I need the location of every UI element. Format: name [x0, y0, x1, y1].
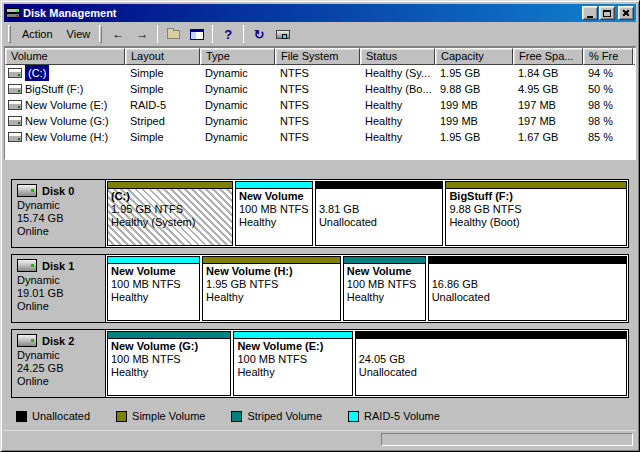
partition-c[interactable]: (C:) 1.95 GB NTFS Healthy (System) — [107, 181, 233, 246]
back-button[interactable]: ← — [106, 23, 130, 45]
cell-free-space[interactable]: 4.95 GB — [513, 81, 583, 97]
disk-descriptor[interactable]: Disk 1 Dynamic 19.01 GB Online — [12, 255, 106, 322]
cell-pct-free[interactable]: 85 % — [583, 129, 633, 145]
volume-list: Volume Layout Type File System Status Ca… — [4, 47, 636, 160]
volume-name[interactable]: (C:) — [25, 65, 49, 81]
column-header-status[interactable]: Status — [360, 48, 435, 65]
partition-unallocated-disk0[interactable]: 3.81 GB Unallocated — [315, 181, 444, 246]
menu-action[interactable]: Action — [15, 25, 60, 43]
volume-name[interactable]: BigStuff (F:) — [25, 81, 83, 97]
cell-type[interactable]: Dynamic — [200, 113, 275, 129]
cell-capacity[interactable]: 1.95 GB — [435, 65, 513, 81]
disk-icon — [17, 334, 37, 347]
cell-capacity[interactable]: 199 MB — [435, 97, 513, 113]
cell-type[interactable]: Dynamic — [200, 129, 275, 145]
console-tree-button[interactable] — [185, 23, 209, 45]
volume-name[interactable]: New Volume (G:) — [25, 113, 109, 129]
cell-layout[interactable]: Simple — [125, 129, 200, 145]
column-header-type[interactable]: Type — [200, 48, 275, 65]
unallocated-color-bar — [356, 332, 626, 339]
column-header-file-system[interactable]: File System — [275, 48, 360, 65]
minimize-button[interactable] — [582, 6, 598, 20]
partition-status: Healthy — [111, 366, 227, 379]
cell-free-space[interactable]: 1.84 GB — [513, 65, 583, 81]
partition-size: 1.95 GB NTFS — [111, 203, 229, 216]
graphical-view: Disk 0 Dynamic 15.74 GB Online (C:) 1.95… — [4, 167, 636, 430]
legend-label: Simple Volume — [132, 410, 205, 422]
title-bar[interactable]: Disk Management — [4, 4, 636, 22]
column-header-volume[interactable]: Volume — [5, 48, 125, 65]
cell-status[interactable]: Healthy — [360, 97, 435, 113]
partition-e-disk1[interactable]: New Volume 100 MB NTFS Healthy — [107, 256, 200, 321]
partition-status: Unallocated — [319, 216, 440, 229]
column-header-layout[interactable]: Layout — [125, 48, 200, 65]
cell-capacity[interactable]: 199 MB — [435, 113, 513, 129]
cell-pct-free[interactable]: 98 % — [583, 113, 633, 129]
cell-file-system[interactable]: NTFS — [275, 97, 360, 113]
cell-free-space[interactable]: 197 MB — [513, 97, 583, 113]
refresh-button[interactable]: ↻ — [247, 23, 271, 45]
menu-view[interactable]: View — [60, 25, 98, 43]
disk-name: Disk 0 — [42, 185, 74, 197]
cell-free-space[interactable]: 197 MB — [513, 113, 583, 129]
cell-status[interactable]: Healthy (Sy... — [360, 65, 435, 81]
table-row[interactable]: BigStuff (F:) Simple Dynamic NTFS Health… — [5, 81, 635, 97]
cell-type[interactable]: Dynamic — [200, 65, 275, 81]
toolbar-grip-2[interactable] — [99, 25, 102, 43]
cell-file-system[interactable]: NTFS — [275, 129, 360, 145]
partition-unallocated-disk1[interactable]: 16.86 GB Unallocated — [428, 256, 627, 321]
partition-name: New Volume — [347, 265, 422, 278]
cell-status[interactable]: Healthy — [360, 129, 435, 145]
cell-capacity[interactable]: 1.95 GB — [435, 129, 513, 145]
partition-g[interactable]: New Volume (G:) 100 MB NTFS Healthy — [107, 331, 231, 396]
cell-pct-free[interactable]: 94 % — [583, 65, 633, 81]
pane-splitter[interactable] — [4, 160, 636, 167]
cell-layout[interactable]: RAID-5 — [125, 97, 200, 113]
raid5-volume-swatch — [348, 411, 359, 422]
partition-g-disk1[interactable]: New Volume 100 MB NTFS Healthy — [343, 256, 426, 321]
forward-button[interactable]: → — [130, 23, 154, 45]
cell-layout[interactable]: Simple — [125, 65, 200, 81]
disk-management-window: Disk Management Action View ← → ? ↻ Volu… — [0, 0, 640, 452]
partition-h[interactable]: New Volume (H:) 1.95 GB NTFS Healthy — [202, 256, 341, 321]
partition-size: 16.86 GB — [432, 278, 623, 291]
cell-pct-free[interactable]: 50 % — [583, 81, 633, 97]
partition-name: New Volume — [239, 190, 309, 203]
up-folder-button[interactable] — [161, 23, 185, 45]
table-row[interactable]: New Volume (G:) Striped Dynamic NTFS Hea… — [5, 113, 635, 129]
cell-free-space[interactable]: 1.67 GB — [513, 129, 583, 145]
table-row[interactable]: New Volume (H:) Simple Dynamic NTFS Heal… — [5, 129, 635, 145]
cell-type[interactable]: Dynamic — [200, 81, 275, 97]
maximize-button[interactable] — [599, 6, 615, 20]
cell-layout[interactable]: Striped — [125, 113, 200, 129]
partition-f[interactable]: BigStuff (F:) 9.88 GB NTFS Healthy (Boot… — [445, 181, 627, 246]
toolbar-grip[interactable] — [8, 25, 11, 43]
cell-status[interactable]: Healthy (Bo... — [360, 81, 435, 97]
cell-status[interactable]: Healthy — [360, 113, 435, 129]
disk-descriptor[interactable]: Disk 0 Dynamic 15.74 GB Online — [12, 180, 106, 247]
cell-capacity[interactable]: 9.88 GB — [435, 81, 513, 97]
cell-file-system[interactable]: NTFS — [275, 81, 360, 97]
partition-e[interactable]: New Volume (E:) 100 MB NTFS Healthy — [233, 331, 352, 396]
table-row[interactable]: (C:) Simple Dynamic NTFS Healthy (Sy... … — [5, 65, 635, 81]
help-button[interactable]: ? — [216, 23, 240, 45]
volume-name[interactable]: New Volume (H:) — [25, 129, 108, 145]
table-row[interactable]: New Volume (E:) RAID-5 Dynamic NTFS Heal… — [5, 97, 635, 113]
cell-layout[interactable]: Simple — [125, 81, 200, 97]
striped-volume-color-bar — [344, 257, 425, 264]
disk-descriptor[interactable]: Disk 2 Dynamic 24.25 GB Online — [12, 330, 106, 397]
column-header-filler — [633, 48, 635, 65]
partition-e-disk0[interactable]: New Volume 100 MB NTFS Healthy — [235, 181, 313, 246]
column-header-free-space[interactable]: Free Spa... — [513, 48, 583, 65]
disk-view-button[interactable] — [271, 23, 295, 45]
column-header-pct-free[interactable]: % Fre — [583, 48, 633, 65]
simple-volume-color-bar — [203, 257, 340, 264]
cell-file-system[interactable]: NTFS — [275, 113, 360, 129]
cell-type[interactable]: Dynamic — [200, 97, 275, 113]
close-button[interactable] — [618, 6, 634, 20]
column-header-capacity[interactable]: Capacity — [435, 48, 513, 65]
volume-name[interactable]: New Volume (E:) — [25, 97, 108, 113]
cell-pct-free[interactable]: 98 % — [583, 97, 633, 113]
cell-file-system[interactable]: NTFS — [275, 65, 360, 81]
partition-unallocated-disk2[interactable]: 24.05 GB Unallocated — [355, 331, 627, 396]
